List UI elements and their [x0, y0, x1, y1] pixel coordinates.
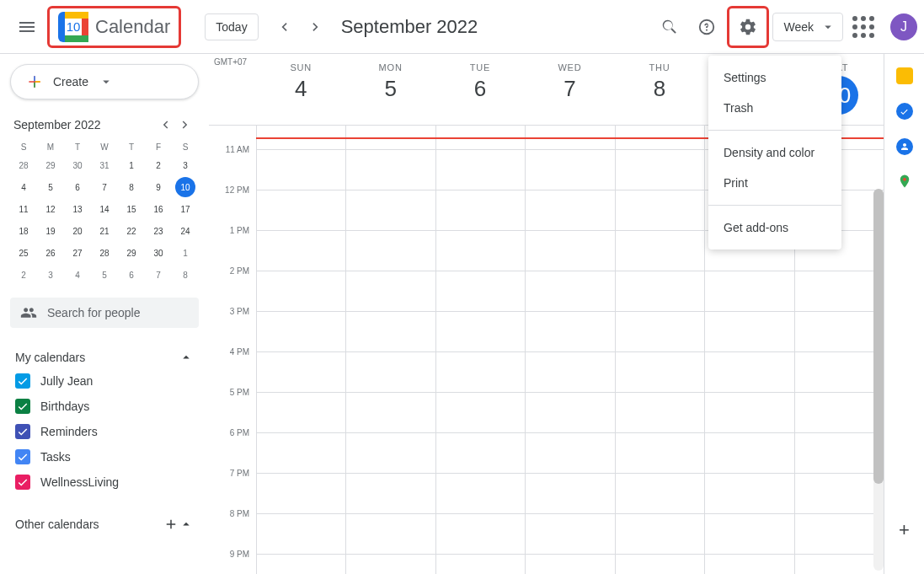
calendar-item[interactable]: Birthdays — [10, 394, 199, 419]
mini-day[interactable]: 11 — [13, 199, 34, 219]
checkbox-icon[interactable] — [15, 399, 30, 414]
account-avatar[interactable]: J — [890, 13, 917, 40]
mini-day[interactable]: 9 — [148, 177, 168, 197]
mini-day[interactable]: 4 — [13, 177, 34, 197]
mini-day[interactable]: 28 — [94, 243, 115, 263]
mini-day[interactable]: 8 — [175, 265, 195, 285]
day-column-header[interactable]: MON5 — [345, 54, 435, 125]
mini-day[interactable]: 10 — [175, 177, 195, 197]
mini-day[interactable]: 29 — [40, 155, 61, 175]
view-switcher[interactable]: Week — [772, 13, 843, 41]
today-button[interactable]: Today — [205, 13, 258, 40]
day-column-header[interactable]: SUN4 — [256, 54, 345, 125]
mini-day[interactable]: 5 — [94, 265, 115, 285]
mini-day[interactable]: 31 — [94, 155, 115, 175]
mini-day[interactable]: 27 — [67, 243, 88, 263]
checkbox-icon[interactable] — [15, 373, 30, 389]
mini-day[interactable]: 3 — [40, 265, 61, 285]
chevron-down-icon — [99, 74, 114, 89]
checkbox-icon[interactable] — [15, 449, 30, 464]
prev-week-button[interactable] — [270, 13, 297, 40]
help-button[interactable] — [690, 10, 724, 44]
tasks-sidepanel-icon[interactable] — [896, 103, 913, 120]
date-range-title[interactable]: September 2022 — [341, 16, 478, 38]
contacts-sidepanel-icon[interactable] — [896, 138, 913, 155]
mini-day[interactable]: 24 — [175, 221, 195, 241]
mini-day[interactable]: 8 — [121, 177, 142, 197]
mini-day[interactable]: 2 — [13, 265, 34, 285]
mini-day[interactable]: 7 — [148, 265, 168, 285]
next-week-button[interactable] — [302, 13, 329, 40]
add-sidepanel-button[interactable]: + — [896, 522, 913, 539]
day-column-header[interactable]: THU8 — [615, 54, 704, 125]
timezone-label: GMT+07 — [214, 57, 247, 67]
mini-day[interactable]: 6 — [121, 265, 142, 285]
google-apps-button[interactable] — [847, 10, 880, 44]
calendar-item[interactable]: Tasks — [10, 444, 199, 469]
day-column-header[interactable]: WED7 — [525, 54, 614, 125]
checkbox-icon[interactable] — [15, 475, 30, 490]
search-button[interactable] — [653, 10, 686, 44]
chevron-up-icon — [179, 517, 194, 532]
svg-point-0 — [903, 178, 906, 181]
search-people-input[interactable]: Search for people — [10, 298, 199, 328]
mini-day[interactable]: 22 — [121, 221, 142, 241]
scrollbar[interactable] — [873, 189, 884, 571]
mini-day[interactable]: 23 — [148, 221, 168, 241]
mini-day[interactable]: 25 — [13, 243, 34, 263]
mini-day[interactable]: 30 — [148, 243, 168, 263]
settings-button[interactable] — [731, 10, 765, 44]
calendar-item[interactable]: Reminders — [10, 419, 199, 444]
mini-day[interactable]: 3 — [175, 155, 195, 175]
menu-addons[interactable]: Get add-ons — [708, 212, 841, 243]
mini-day[interactable]: 19 — [40, 221, 61, 241]
calendar-item[interactable]: Jully Jean — [10, 368, 199, 394]
menu-settings[interactable]: Settings — [708, 62, 841, 93]
mini-day[interactable]: 17 — [175, 199, 195, 219]
mini-month-title: September 2022 — [13, 118, 155, 131]
day-column-header[interactable]: TUE6 — [435, 54, 525, 125]
my-calendars-toggle[interactable]: My calendars — [10, 346, 199, 368]
chevron-up-icon — [179, 350, 194, 365]
calendar-item[interactable]: WellnessLiving — [10, 469, 199, 495]
mini-day[interactable]: 30 — [67, 155, 88, 175]
mini-day[interactable]: 12 — [40, 199, 61, 219]
menu-density[interactable]: Density and color — [708, 137, 841, 168]
maps-sidepanel-icon[interactable] — [897, 174, 912, 189]
mini-day[interactable]: 2 — [148, 155, 168, 175]
app-logo-highlight: 10 Calendar — [47, 6, 181, 48]
other-calendars-toggle[interactable]: Other calendars — [10, 513, 199, 535]
mini-day[interactable]: 15 — [121, 199, 142, 219]
chevron-down-icon — [820, 19, 836, 35]
mini-day[interactable]: 16 — [148, 199, 168, 219]
menu-print[interactable]: Print — [708, 168, 841, 198]
mini-day[interactable]: 18 — [13, 221, 34, 241]
settings-dropdown: Settings Trash Density and color Print G… — [708, 56, 841, 249]
calendar-icon: 10 — [58, 12, 88, 42]
add-calendar-icon[interactable] — [163, 517, 179, 532]
mini-prev-month[interactable] — [155, 115, 175, 135]
mini-day[interactable]: 7 — [94, 177, 115, 197]
mini-day[interactable]: 5 — [40, 177, 61, 197]
mini-day[interactable]: 21 — [94, 221, 115, 241]
app-name: Calendar — [95, 16, 170, 38]
mini-day[interactable]: 14 — [94, 199, 115, 219]
keep-sidepanel-icon[interactable] — [896, 67, 913, 84]
menu-trash[interactable]: Trash — [708, 93, 841, 123]
create-button[interactable]: Create — [10, 64, 199, 99]
people-icon — [20, 304, 37, 321]
settings-button-highlight — [727, 6, 769, 48]
mini-day[interactable]: 28 — [13, 155, 34, 175]
mini-day[interactable]: 1 — [175, 243, 195, 263]
main-menu-button[interactable] — [7, 7, 47, 47]
mini-day[interactable]: 4 — [67, 265, 88, 285]
mini-day[interactable]: 20 — [67, 221, 88, 241]
mini-day[interactable]: 26 — [40, 243, 61, 263]
mini-day[interactable]: 13 — [67, 199, 88, 219]
checkbox-icon[interactable] — [15, 424, 30, 439]
mini-next-month[interactable] — [175, 115, 195, 135]
mini-day[interactable]: 1 — [121, 155, 142, 175]
mini-day[interactable]: 29 — [121, 243, 142, 263]
mini-day[interactable]: 6 — [67, 177, 88, 197]
plus-icon — [26, 73, 43, 90]
